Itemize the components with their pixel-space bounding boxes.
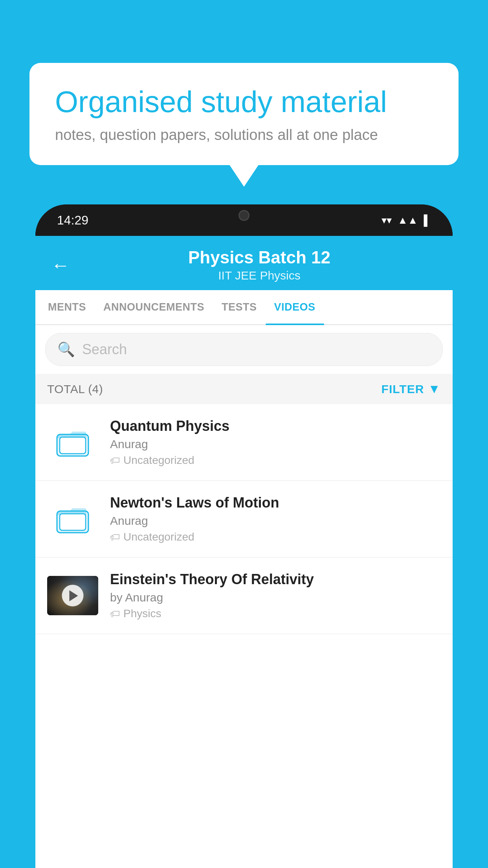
search-bar-container: 🔍 Search [35,325,453,374]
svg-rect-3 [60,514,86,530]
video-list: Quantum Physics Anurag 🏷 Uncategorized [35,404,453,868]
svg-rect-1 [60,437,86,454]
item-thumbnail [47,423,98,462]
app-header: ← Physics Batch 12 IIT JEE Physics [35,236,453,290]
phone-notch [213,204,275,226]
play-triangle-icon [69,590,78,601]
time-display: 14:29 [57,213,88,228]
item-author: Anurag [110,438,441,451]
item-title: Quantum Physics [110,418,441,434]
signal-icon: ▲▲ [398,214,418,226]
item-author: Anurag [110,514,441,528]
phone-screen: ← Physics Batch 12 IIT JEE Physics MENTS… [35,236,453,868]
tag-label: Uncategorized [123,531,194,543]
tag-icon: 🏷 [110,454,120,467]
tab-ments[interactable]: MENTS [39,290,95,324]
video-thumbnail-img [47,576,98,615]
item-thumbnail [47,576,98,615]
list-item[interactable]: Newton's Laws of Motion Anurag 🏷 Uncateg… [35,481,453,557]
tag-label: Physics [123,607,161,620]
tag-icon: 🏷 [110,608,120,620]
filter-funnel-icon: ▼ [428,382,441,396]
item-title: Newton's Laws of Motion [110,495,441,511]
filter-button[interactable]: FILTER ▼ [382,382,441,396]
item-info: Quantum Physics Anurag 🏷 Uncategorized [110,418,441,467]
battery-icon: ▌ [424,214,431,226]
item-tag: 🏷 Uncategorized [110,454,441,467]
status-bar: 14:29 ▾▾ ▲▲ ▌ [35,204,453,236]
list-item[interactable]: Quantum Physics Anurag 🏷 Uncategorized [35,404,453,481]
search-bar[interactable]: 🔍 Search [45,333,443,366]
back-button[interactable]: ← [51,254,70,276]
item-info: Einstein's Theory Of Relativity by Anura… [110,571,441,620]
header-title-area: Physics Batch 12 IIT JEE Physics [82,248,437,282]
item-tag: 🏷 Physics [110,607,441,620]
tabs-bar: MENTS ANNOUNCEMENTS TESTS VIDEOS [35,290,453,325]
tab-announcements[interactable]: ANNOUNCEMENTS [95,290,213,324]
batch-tags: IIT JEE Physics [82,269,437,282]
item-tag: 🏷 Uncategorized [110,531,441,543]
filter-label: FILTER [382,383,424,396]
bubble-subtitle: notes, question papers, solutions all at… [55,127,433,143]
camera-dot [238,210,250,221]
search-placeholder: Search [82,341,127,358]
tab-videos[interactable]: VIDEOS [266,290,324,324]
tab-tests[interactable]: TESTS [213,290,266,324]
status-icons: ▾▾ ▲▲ ▌ [382,214,431,226]
tag-icon: 🏷 [110,531,120,543]
item-title: Einstein's Theory Of Relativity [110,571,441,588]
item-thumbnail [47,499,98,539]
item-info: Newton's Laws of Motion Anurag 🏷 Uncateg… [110,495,441,543]
list-item[interactable]: Einstein's Theory Of Relativity by Anura… [35,557,453,634]
search-icon: 🔍 [57,341,75,358]
bubble-title: Organised study material [55,85,433,119]
play-button-overlay [62,585,84,607]
item-author: by Anurag [110,591,441,604]
wifi-icon: ▾▾ [382,214,392,226]
batch-title: Physics Batch 12 [82,248,437,267]
filter-bar: TOTAL (4) FILTER ▼ [35,374,453,404]
phone-frame: 14:29 ▾▾ ▲▲ ▌ ← Physics Batch 12 IIT JEE… [35,204,453,868]
speech-bubble: Organised study material notes, question… [29,63,459,165]
tag-label: Uncategorized [123,454,194,467]
total-count: TOTAL (4) [47,383,103,396]
